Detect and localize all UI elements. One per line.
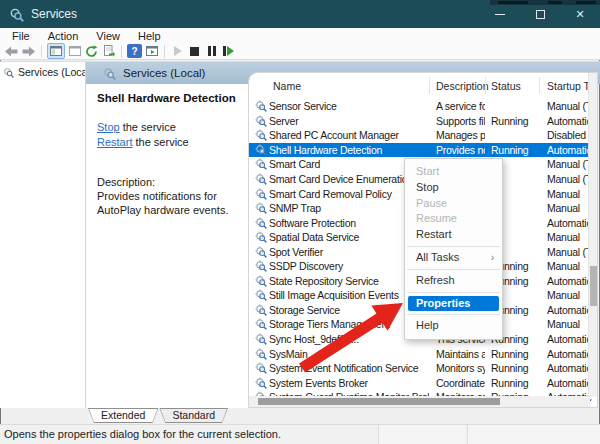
table-row[interactable]: Shell Hardware DetectionProvides not...R… [249, 143, 597, 158]
stop-service-link[interactable]: Stop [97, 121, 120, 133]
horizontal-scrollbar-thumb[interactable] [258, 398, 500, 405]
column-header-description[interactable]: Description [436, 80, 489, 92]
cell-desc: Maintains a... [429, 348, 485, 360]
cell-name: System Event Notification Service [269, 362, 429, 374]
cell-name: SysMain [269, 348, 429, 360]
export-list-icon[interactable] [101, 43, 116, 59]
snapin-title: Services (Local) [123, 67, 205, 79]
tab-standard[interactable]: Standard [159, 408, 228, 423]
cell-status: Running [485, 115, 539, 127]
cell-status: Running [485, 144, 539, 156]
tab-extended[interactable]: Extended [88, 408, 158, 423]
cell-status: Running [485, 377, 539, 389]
menu-item-restart[interactable]: Restart [405, 227, 502, 243]
restart-service-link[interactable]: Restart [97, 136, 132, 148]
background-window-sliver [490, 0, 600, 5]
back-icon[interactable] [4, 43, 19, 59]
submenu-arrow-icon: › [491, 250, 494, 266]
menu-help[interactable]: Help [129, 29, 170, 43]
services-node-icon [3, 67, 14, 78]
view-tab-strip: ExtendedStandard [88, 408, 229, 424]
menu-separator [407, 292, 500, 293]
service-gear-icon [249, 217, 269, 229]
status-pane [467, 425, 600, 444]
pause-service-icon[interactable] [204, 43, 219, 59]
service-gear-icon [249, 289, 269, 301]
show-console-tree-icon[interactable] [47, 43, 65, 59]
tab-label: Extended [88, 408, 158, 422]
restart-service-line: Restart the service [97, 135, 248, 150]
status-pane [378, 425, 465, 444]
cell-name: Shared PC Account Manager [269, 129, 429, 141]
status-text: Opens the properties dialog box for the … [4, 425, 281, 444]
service-gear-icon [249, 362, 269, 374]
stop-service-icon[interactable] [187, 43, 202, 59]
column-divider[interactable] [485, 77, 486, 94]
menu-action[interactable]: Action [39, 29, 88, 43]
cell-desc: Coordinates ... [429, 377, 485, 389]
service-gear-icon [249, 348, 269, 360]
toolbar-separator [41, 45, 42, 58]
table-row[interactable]: SysMainMaintains a...RunningAutomatic [249, 346, 597, 361]
menu-separator [407, 246, 500, 247]
service-gear-icon [249, 377, 269, 389]
menu-item-properties[interactable]: Properties [408, 296, 499, 312]
table-row[interactable]: System Event Notification ServiceMonitor… [249, 361, 597, 376]
service-gear-icon [249, 246, 269, 258]
cell-status: Running [485, 348, 539, 360]
cell-desc: Manages pr... [429, 129, 485, 141]
service-gear-icon [249, 144, 269, 156]
restart-service-icon[interactable] [221, 43, 236, 59]
menu-item-help[interactable]: Help [405, 318, 502, 334]
cell-desc: A service for ... [429, 100, 485, 112]
refresh-icon[interactable] [84, 43, 99, 59]
menu-separator [407, 314, 500, 315]
menu-bar: FileActionViewHelp [0, 28, 600, 43]
table-row[interactable]: Shared PC Account ManagerManages pr...Di… [249, 128, 597, 143]
menu-view[interactable]: View [87, 29, 129, 43]
service-gear-icon [249, 318, 269, 330]
services-window: Services ✕ FileActionViewHelp ? [0, 0, 600, 444]
stop-service-text: the service [120, 121, 176, 133]
menu-item-all-tasks[interactable]: All Tasks› [405, 250, 502, 266]
cell-name: Server [269, 115, 429, 127]
help-icon[interactable]: ? [127, 44, 142, 58]
tree-item-label: Services (Local) [18, 66, 85, 78]
vertical-scrollbar[interactable] [588, 73, 597, 397]
context-menu: StartStopPauseResumeRestartAll Tasks›Ref… [404, 158, 503, 340]
table-row[interactable]: ServerSupports file...RunningAutomatic [249, 114, 597, 129]
service-gear-icon [249, 173, 269, 185]
column-header-name[interactable]: Name [273, 80, 301, 92]
forward-icon[interactable] [21, 43, 36, 59]
vertical-scrollbar-thumb[interactable] [590, 266, 597, 306]
table-row[interactable]: Sensor ServiceA service for ...Manual (T [249, 99, 597, 114]
list-column-headers: Name Description Status Startup Ty [249, 73, 597, 97]
menu-item-resume: Resume [405, 211, 502, 227]
menu-item-refresh[interactable]: Refresh [405, 273, 502, 289]
tab-label: Standard [159, 408, 228, 422]
table-row[interactable]: System Events BrokerCoordinates ...Runni… [249, 375, 597, 390]
tree-item-services-local[interactable]: Services (Local) [0, 62, 85, 82]
cell-name: Shell Hardware Detection [269, 144, 429, 156]
column-divider[interactable] [429, 77, 430, 94]
service-gear-icon [249, 188, 269, 200]
menu-item-pause: Pause [405, 196, 502, 212]
menu-item-stop[interactable]: Stop [405, 180, 502, 196]
menu-file[interactable]: File [3, 29, 39, 43]
stop-service-line: Stop the service [97, 120, 248, 135]
service-gear-icon [249, 129, 269, 141]
horizontal-scrollbar[interactable] [249, 396, 590, 407]
status-bar: Opens the properties dialog box for the … [0, 424, 600, 444]
show-action-pane-icon[interactable] [144, 43, 159, 59]
service-gear-icon [249, 202, 269, 214]
selected-service-title: Shell Hardware Detection [97, 92, 248, 104]
column-header-status[interactable]: Status [491, 80, 521, 92]
properties-window-icon[interactable] [67, 43, 82, 59]
service-gear-icon [249, 158, 269, 170]
start-service-icon[interactable] [170, 43, 185, 59]
service-links: Stop the service Restart the service [97, 120, 248, 150]
column-divider[interactable] [539, 77, 540, 94]
service-gear-icon [249, 304, 269, 316]
cell-desc: Supports file... [429, 115, 485, 127]
description-text: Provides notifications for AutoPlay hard… [97, 190, 240, 217]
